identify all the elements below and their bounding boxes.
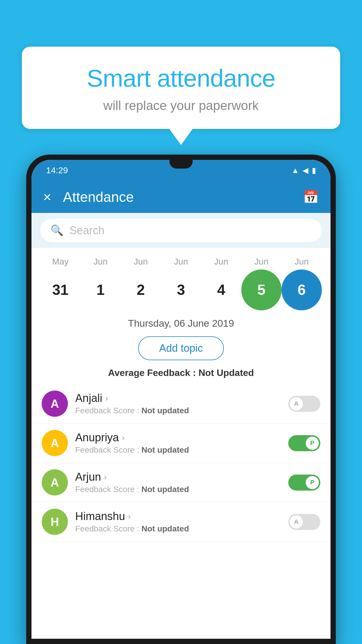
attendance-toggle-3[interactable]: A: [288, 514, 320, 530]
student-name-3[interactable]: Himanshu ›: [75, 510, 281, 523]
cal-day-4[interactable]: 4: [201, 270, 241, 310]
chevron-right-icon-1: ›: [122, 433, 124, 442]
toggle-knob-0: A: [290, 397, 303, 410]
add-topic-button[interactable]: Add topic: [138, 336, 224, 360]
cal-day-31[interactable]: 31: [40, 270, 80, 310]
attendance-toggle-1[interactable]: P: [288, 435, 320, 451]
app-bar: × Attendance 📅: [31, 181, 331, 213]
toggle-knob-2: P: [306, 476, 319, 489]
speech-bubble-tail: [169, 129, 193, 145]
cal-month-4: Jun: [201, 257, 241, 267]
search-icon: 🔍: [50, 224, 64, 237]
month-row: May Jun Jun Jun Jun Jun Jun: [40, 257, 322, 267]
wifi-icon: ▲: [291, 166, 299, 175]
battery-icon: ▮: [312, 166, 316, 175]
attendance-toggle-0[interactable]: A: [288, 396, 320, 412]
student-info-3: Himanshu › Feedback Score : Not updated: [68, 510, 288, 533]
phone-frame: 14:29 ▲ ◀ ▮ × Attendance 📅 🔍 Search May …: [26, 155, 336, 644]
cal-day-3[interactable]: 3: [161, 270, 201, 310]
hero-title: Smart attendance: [45, 64, 317, 92]
attendance-toggle-2[interactable]: P: [288, 475, 320, 491]
student-name-2[interactable]: Arjun ›: [75, 471, 281, 483]
cal-day-1[interactable]: 1: [80, 270, 121, 310]
cal-day-6[interactable]: 6: [282, 270, 322, 310]
add-topic-container: Add topic: [31, 332, 331, 365]
search-input[interactable]: Search: [69, 224, 104, 237]
avg-feedback: Average Feedback : Not Updated: [31, 365, 331, 384]
search-bar-container: 🔍 Search: [31, 213, 331, 248]
avg-feedback-value: Not Updated: [198, 368, 254, 378]
search-bar[interactable]: 🔍 Search: [40, 219, 322, 242]
cal-month-0: May: [40, 257, 80, 267]
student-feedback-3: Feedback Score : Not updated: [75, 524, 281, 533]
student-item-1[interactable]: A Anupriya › Feedback Score : Not update…: [31, 424, 331, 463]
calendar-strip: May Jun Jun Jun Jun Jun Jun 31 1 2 3 4 5…: [31, 248, 331, 313]
student-feedback-1: Feedback Score : Not updated: [75, 445, 281, 455]
student-info-0: Anjali › Feedback Score : Not updated: [68, 392, 288, 415]
toggle-knob-3: A: [290, 515, 303, 528]
close-button[interactable]: ×: [43, 189, 51, 205]
cal-day-2[interactable]: 2: [121, 270, 161, 310]
cal-month-6: Jun: [282, 257, 322, 267]
cal-month-2: Jun: [121, 257, 161, 267]
student-avatar-1: A: [42, 430, 68, 456]
signal-icon: ◀: [303, 166, 308, 175]
hero-section: Smart attendance will replace your paper…: [22, 47, 340, 145]
student-info-1: Anupriya › Feedback Score : Not updated: [68, 431, 288, 455]
student-feedback-0: Feedback Score : Not updated: [75, 406, 281, 415]
cal-month-1: Jun: [80, 257, 121, 267]
hero-subtitle: will replace your paperwork: [45, 98, 317, 113]
chevron-right-icon-3: ›: [128, 512, 131, 521]
student-avatar-2: A: [42, 469, 68, 496]
student-info-2: Arjun › Feedback Score : Not updated: [68, 471, 288, 494]
student-name-0[interactable]: Anjali ›: [75, 392, 281, 405]
chevron-right-icon-0: ›: [105, 394, 108, 403]
chevron-right-icon-2: ›: [104, 473, 107, 482]
student-avatar-0: A: [42, 391, 68, 417]
toggle-knob-1: P: [306, 437, 319, 450]
cal-day-5[interactable]: 5: [241, 270, 282, 310]
calendar-icon[interactable]: 📅: [303, 189, 319, 204]
status-bar: 14:29 ▲ ◀ ▮: [31, 160, 331, 181]
app-title: Attendance: [63, 189, 303, 205]
student-list: A Anjali › Feedback Score : Not updated …: [31, 384, 331, 639]
avg-feedback-label: Average Feedback :: [108, 368, 198, 378]
selected-date: Thursday, 06 June 2019: [31, 313, 331, 332]
day-row: 31 1 2 3 4 5 6: [40, 270, 322, 310]
speech-bubble: Smart attendance will replace your paper…: [22, 47, 340, 129]
cal-month-3: Jun: [161, 257, 201, 267]
student-feedback-2: Feedback Score : Not updated: [75, 485, 281, 494]
student-item-0[interactable]: A Anjali › Feedback Score : Not updated …: [31, 384, 331, 424]
student-item-2[interactable]: A Arjun › Feedback Score : Not updated P: [31, 463, 331, 502]
status-time: 14:29: [46, 165, 68, 175]
status-icons: ▲ ◀ ▮: [291, 166, 316, 175]
cal-month-5: Jun: [241, 257, 282, 267]
phone-screen: 14:29 ▲ ◀ ▮ × Attendance 📅 🔍 Search May …: [31, 160, 331, 639]
notch: [169, 160, 193, 169]
student-name-1[interactable]: Anupriya ›: [75, 431, 281, 444]
student-item-3[interactable]: H Himanshu › Feedback Score : Not update…: [31, 502, 331, 542]
student-avatar-3: H: [42, 509, 68, 535]
